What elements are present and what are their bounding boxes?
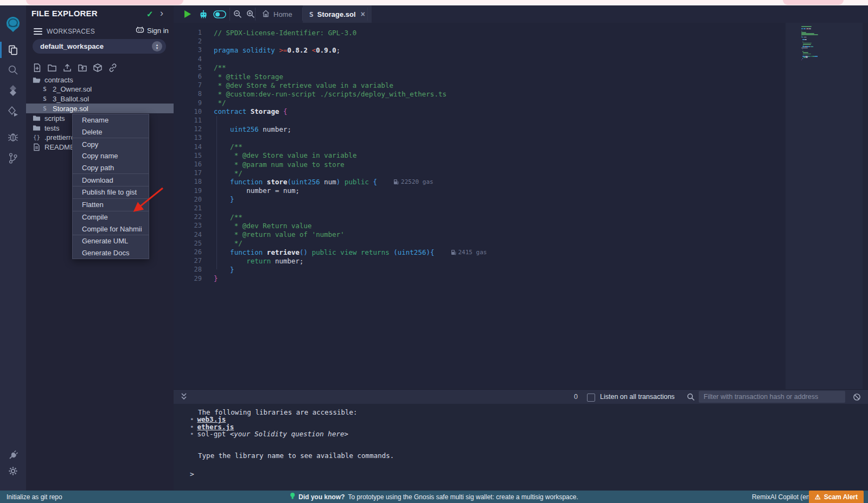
hamburger-icon[interactable] <box>34 28 42 35</box>
workspace-selected-value: default_workspace <box>40 42 104 50</box>
listen-label[interactable]: Listen on all transactions <box>600 393 675 401</box>
check-icon[interactable]: ✓ <box>146 9 154 19</box>
tab-label: Storage.sol <box>317 10 356 18</box>
tab-storage-sol[interactable]: S Storage.sol × <box>303 5 372 23</box>
terminal-output[interactable]: > The following libraries are accessible… <box>174 404 868 496</box>
minimap-zone[interactable] <box>786 23 863 389</box>
folder-icon <box>33 115 41 121</box>
line-number: 27 <box>174 257 202 265</box>
code-line-18[interactable]: 18 function store(uint256 num) public {2… <box>174 177 433 186</box>
code-line-17[interactable]: 17 */ <box>174 169 242 177</box>
solidity-compiler-icon[interactable] <box>0 81 26 100</box>
toolbar-divider <box>229 8 230 21</box>
line-number: 11 <box>174 117 202 124</box>
scrollbar-strip[interactable] <box>863 23 868 389</box>
line-number: 28 <box>174 266 202 273</box>
line-number: 21 <box>174 204 202 212</box>
menu-item-compile-for-nahmii[interactable]: Compile for Nahmii <box>73 223 149 235</box>
menu-item-copy-name[interactable]: Copy name <box>73 150 149 162</box>
code-line-3[interactable]: 3pragma solidity >=0.8.2 <0.9.0; <box>174 46 340 54</box>
menu-item-generate-uml[interactable]: Generate UML <box>73 235 149 247</box>
clear-console-icon[interactable] <box>853 393 861 403</box>
scam-alert-button[interactable]: ⚠ Scam Alert <box>809 491 864 503</box>
code-line-10[interactable]: 10contract Storage { <box>174 107 288 116</box>
code-text: /** <box>202 143 242 151</box>
tree-item-contracts[interactable]: contracts <box>26 75 180 85</box>
menu-item-copy-path[interactable]: Copy path <box>73 162 149 174</box>
code-line-19[interactable]: 19 number = num; <box>174 186 299 195</box>
code-line-9[interactable]: 9 */ <box>174 99 226 107</box>
code-line-25[interactable]: 25 */ <box>174 239 242 248</box>
upload-file-icon[interactable] <box>62 63 72 73</box>
minimap-line <box>801 26 812 27</box>
deploy-run-icon[interactable] <box>0 102 26 121</box>
code-line-13[interactable]: 13 <box>174 133 214 142</box>
code-line-12[interactable]: 12 uint256 number; <box>174 125 291 133</box>
code-line-24[interactable]: 24 * @return value of 'number' <box>174 230 344 239</box>
file-explorer-icon[interactable] <box>0 41 26 59</box>
code-line-23[interactable]: 23 * @dev Return value <box>174 221 312 230</box>
new-file-icon[interactable] <box>33 63 42 73</box>
tab-home[interactable]: Home <box>256 5 299 23</box>
menu-item-flatten[interactable]: Flatten <box>73 198 149 211</box>
code-line-8[interactable]: 8 * @custom:dev-run-script ./scripts/dep… <box>174 89 446 98</box>
plugin-icon[interactable] <box>0 446 26 464</box>
new-folder-icon[interactable] <box>47 63 57 73</box>
code-line-16[interactable]: 16 * @param num value to store <box>174 160 344 169</box>
settings-icon[interactable] <box>0 462 26 480</box>
tree-item-storage-sol[interactable]: SStorage.sol <box>26 104 188 113</box>
code-line-22[interactable]: 22 /** <box>174 212 242 221</box>
search-icon[interactable] <box>0 61 26 79</box>
code-editor[interactable]: 1// SPDX-License-Identifier: GPL-3.023pr… <box>174 23 786 389</box>
collapse-terminal-icon[interactable] <box>180 392 188 403</box>
updown-icon[interactable]: ▲▼ <box>152 41 162 51</box>
code-line-5[interactable]: 5/** <box>174 63 226 72</box>
menu-item-compile[interactable]: Compile <box>73 211 149 223</box>
code-line-26[interactable]: 26 function retrieve() public view retur… <box>174 248 487 256</box>
upload-folder-icon[interactable] <box>78 63 87 73</box>
home-icon <box>262 10 270 19</box>
code-line-14[interactable]: 14 /** <box>174 143 242 151</box>
remix-logo[interactable] <box>0 15 26 34</box>
menu-item-delete[interactable]: Delete <box>73 126 149 138</box>
sign-in-button[interactable]: Sign in <box>136 26 169 35</box>
line-number: 22 <box>174 213 202 221</box>
link-icon[interactable] <box>108 63 118 73</box>
code-line-6[interactable]: 6 * @title Storage <box>174 72 283 81</box>
debugger-icon[interactable] <box>0 128 26 146</box>
run-script-button[interactable] <box>180 5 194 23</box>
menu-item-rename[interactable]: Rename <box>73 114 149 126</box>
code-line-1[interactable]: 1// SPDX-License-Identifier: GPL-3.0 <box>174 28 356 37</box>
tree-item-3-ballot-sol[interactable]: S3_Ballot.sol <box>26 94 188 104</box>
ai-robot-icon[interactable] <box>196 5 210 23</box>
code-line-20[interactable]: 20 } <box>174 195 234 204</box>
workspace-select[interactable]: default_workspace ▲▼ <box>33 39 166 54</box>
code-line-2[interactable]: 2 <box>174 37 214 46</box>
menu-item-download[interactable]: Download <box>73 173 149 186</box>
line-number: 8 <box>174 90 202 98</box>
menu-item-publish-file-to-gist[interactable]: Publish file to gist <box>73 186 149 198</box>
minimap-line <box>803 52 808 53</box>
zoom-out-icon[interactable] <box>231 5 244 23</box>
code-line-4[interactable]: 4 <box>174 55 214 63</box>
code-line-28[interactable]: 28 } <box>174 265 234 274</box>
copilot-toggle[interactable] <box>212 5 228 23</box>
chevron-right-icon[interactable]: › <box>160 8 163 19</box>
code-line-27[interactable]: 27 return number; <box>174 256 304 265</box>
listen-checkbox[interactable] <box>587 394 595 402</box>
code-line-15[interactable]: 15 * @dev Store value in variable <box>174 151 356 160</box>
menu-item-generate-docs[interactable]: Generate Docs <box>73 247 149 259</box>
close-icon[interactable]: × <box>361 10 365 18</box>
terminal-prompt[interactable]: > <box>190 470 194 478</box>
cube-icon[interactable] <box>93 63 103 73</box>
git-init-button[interactable]: Initialize as git repo <box>7 493 62 501</box>
code-line-11[interactable]: 11 <box>174 116 214 125</box>
menu-item-copy[interactable]: Copy <box>73 138 149 150</box>
git-icon[interactable] <box>0 149 26 167</box>
code-line-7[interactable]: 7 * @dev Store & retrieve value in a var… <box>174 81 393 89</box>
code-line-21[interactable]: 21 <box>174 204 214 212</box>
transaction-filter-input[interactable] <box>699 391 845 403</box>
line-number: 12 <box>174 125 202 133</box>
tree-item-2-owner-sol[interactable]: S2_Owner.sol <box>26 85 188 94</box>
code-line-29[interactable]: 29} <box>174 274 218 283</box>
